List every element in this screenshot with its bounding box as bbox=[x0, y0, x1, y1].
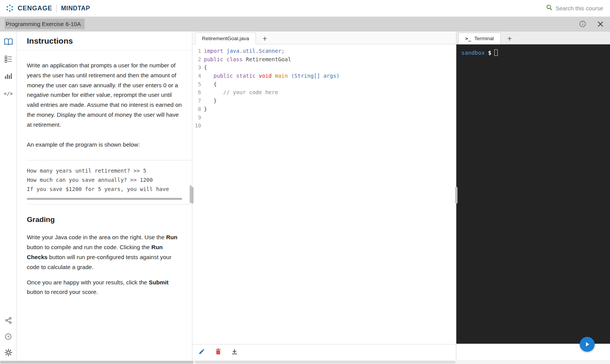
editor-tab-retirementgoal[interactable]: RetirementGoal.java bbox=[195, 33, 256, 44]
new-file-button[interactable]: + bbox=[262, 34, 267, 42]
gear-icon[interactable] bbox=[3, 348, 13, 357]
line-number-gutter: 12345678910 bbox=[192, 47, 204, 344]
terminal-console[interactable]: sandbox $ bbox=[456, 44, 610, 344]
scrollbar-thumb[interactable] bbox=[195, 361, 456, 364]
grading-paragraph-1: Write your Java code in the area on the … bbox=[27, 232, 182, 272]
code-area[interactable]: import java.util.Scanner;public class Re… bbox=[204, 47, 456, 344]
editor-tab-label: RetirementGoal.java bbox=[202, 36, 249, 41]
code-line[interactable]: } bbox=[204, 105, 456, 114]
code-line[interactable] bbox=[204, 122, 456, 130]
editor-toolbar bbox=[192, 344, 456, 359]
share-icon[interactable] bbox=[3, 315, 13, 325]
code-line[interactable]: { bbox=[204, 80, 456, 89]
example-output-block: How many years until retirement? >> 5How… bbox=[27, 160, 181, 194]
terminal-panel: >_ Terminal + sandbox $ bbox=[456, 31, 610, 364]
checklist-icon[interactable] bbox=[3, 54, 13, 64]
code-line[interactable]: public class RetirementGoal bbox=[204, 55, 456, 64]
bar-chart-icon[interactable] bbox=[3, 71, 13, 81]
brand-area: CENGAGE MINDTAP bbox=[5, 4, 90, 13]
terminal-prompt-symbol: $ bbox=[485, 50, 491, 56]
close-icon[interactable] bbox=[597, 21, 604, 28]
example-horizontal-scrollbar[interactable] bbox=[27, 198, 182, 200]
code-line[interactable]: } bbox=[204, 97, 456, 105]
delete-trash-icon[interactable] bbox=[215, 348, 221, 355]
instructions-paragraph: Write an application that prompts a user… bbox=[27, 60, 182, 130]
search-icon bbox=[546, 4, 553, 12]
edit-pencil-icon[interactable] bbox=[198, 348, 205, 355]
code-line[interactable]: // your code here bbox=[204, 88, 456, 97]
example-intro: An example of the program is shown below… bbox=[27, 140, 182, 150]
code-icon[interactable]: </> bbox=[3, 88, 13, 98]
cengage-logo-icon bbox=[5, 4, 14, 13]
new-terminal-button[interactable]: + bbox=[507, 34, 512, 42]
open-book-icon[interactable] bbox=[3, 37, 13, 47]
terminal-tab[interactable]: >_ Terminal bbox=[458, 33, 501, 44]
search-label: Search this course bbox=[556, 5, 603, 11]
scrollbar-thumb[interactable] bbox=[0, 361, 193, 364]
activity-title-bar: Programming Exercise 6-10A bbox=[0, 17, 610, 31]
info-icon[interactable] bbox=[579, 20, 586, 28]
grading-paragraph-2: Once you are happy with your results, cl… bbox=[27, 277, 182, 297]
terminal-prompt-host: sandbox bbox=[461, 50, 485, 56]
brand-divider bbox=[56, 4, 57, 13]
terminal-tab-bar: >_ Terminal + bbox=[456, 31, 610, 44]
brand-cengage: CENGAGE bbox=[18, 5, 52, 12]
activity-title: Programming Exercise 6-10A bbox=[5, 19, 85, 29]
example-line: How many years until retirement? >> 5 bbox=[27, 166, 181, 175]
panel-resize-handle-right[interactable] bbox=[455, 187, 458, 204]
instructions-panel: Instructions Write an application that p… bbox=[17, 31, 192, 364]
panel-resize-handle-left[interactable] bbox=[191, 187, 193, 204]
terminal-cursor bbox=[494, 49, 498, 56]
page-horizontal-scrollbar[interactable] bbox=[0, 361, 610, 364]
course-search[interactable]: Search this course bbox=[546, 4, 603, 12]
code-line[interactable]: public static void main (String[] args) bbox=[204, 72, 456, 80]
code-line[interactable] bbox=[204, 114, 456, 122]
brand-mindtap: MINDTAP bbox=[61, 5, 90, 12]
left-icon-rail: </> ? bbox=[0, 31, 17, 364]
download-icon[interactable] bbox=[231, 349, 238, 355]
editor-tab-bar: RetirementGoal.java + bbox=[192, 31, 456, 44]
example-line: How much can you save annually? >> 1200 bbox=[27, 175, 181, 184]
svg-text:?: ? bbox=[7, 334, 9, 338]
grading-heading: Grading bbox=[27, 215, 181, 224]
run-play-button[interactable] bbox=[580, 337, 595, 352]
main-content: </> ? bbox=[0, 31, 610, 364]
terminal-tab-label: Terminal bbox=[474, 36, 494, 41]
code-line[interactable]: { bbox=[204, 64, 456, 72]
divider bbox=[27, 204, 192, 204]
editor-body[interactable]: 12345678910 import java.util.Scanner;pub… bbox=[192, 44, 456, 344]
top-header: CENGAGE MINDTAP Search this course bbox=[0, 0, 610, 17]
code-editor-panel: RetirementGoal.java + 12345678910 import… bbox=[192, 31, 456, 364]
example-line: If you save $1200 for 5 years, you will … bbox=[27, 184, 181, 194]
help-icon[interactable]: ? bbox=[3, 331, 13, 341]
instructions-heading: Instructions bbox=[27, 36, 183, 46]
terminal-prompt-icon: >_ bbox=[465, 36, 471, 41]
code-line[interactable]: import java.util.Scanner; bbox=[204, 47, 456, 55]
